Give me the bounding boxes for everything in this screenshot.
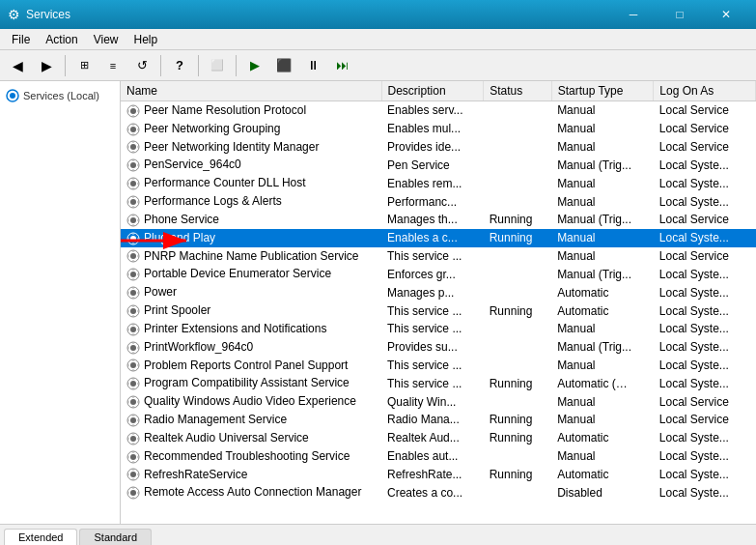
cell-logon: Local Syste...	[654, 483, 756, 502]
help-button[interactable]: ?	[166, 53, 193, 78]
table-row[interactable]: Performance Logs & AlertsPerformanc...Ma…	[121, 192, 756, 211]
back-button[interactable]: ◀	[4, 53, 31, 78]
gear-icon	[126, 414, 140, 427]
service-name: Peer Networking Grouping	[144, 122, 280, 135]
table-row[interactable]: Phone ServiceManages th...RunningManual …	[121, 211, 756, 229]
cell-status	[484, 447, 551, 466]
cell-startup: Automatic	[551, 429, 654, 447]
table-row[interactable]: Peer Networking Identity ManagerProvides…	[121, 138, 756, 157]
title-bar: ⚙ Services ─ □ ✕	[0, 0, 756, 29]
cell-status	[484, 101, 551, 120]
cell-startup: Manual	[551, 411, 654, 429]
service-name: Remote Access Auto Connection Manager	[144, 485, 361, 499]
refresh-button[interactable]: ↺	[128, 53, 155, 78]
cell-status	[484, 357, 551, 375]
view-button[interactable]: ⊞	[70, 53, 98, 78]
table-row[interactable]: Realtek Audio Universal ServiceRealtek A…	[121, 429, 756, 447]
stop-service-button[interactable]: ⬛	[270, 53, 297, 78]
table-row[interactable]: Peer Networking GroupingEnables mul...Ma…	[121, 120, 756, 138]
table-row[interactable]: Peer Name Resolution ProtocolEnables ser…	[121, 101, 756, 120]
col-header-name[interactable]: Name	[121, 81, 381, 101]
forward-button[interactable]: ▶	[33, 53, 60, 78]
maximize-button[interactable]: □	[658, 0, 702, 29]
table-row[interactable]: Remote Access Auto Connection ManagerCre…	[121, 483, 756, 502]
tab-extended[interactable]: Extended	[4, 529, 77, 545]
cell-logon: Local Service	[654, 211, 756, 229]
cell-startup: Disabled	[551, 483, 654, 502]
properties-button[interactable]: ⬜	[204, 53, 231, 78]
gear-icon	[126, 486, 140, 500]
cell-startup: Manual	[551, 138, 654, 157]
col-header-startup[interactable]: Startup Type	[551, 81, 654, 101]
svg-point-11	[130, 162, 136, 168]
col-header-status[interactable]: Status	[484, 81, 551, 101]
table-row[interactable]: Portable Device Enumerator ServiceEnforc…	[121, 265, 756, 283]
restart-service-button[interactable]: ⏭	[328, 53, 355, 78]
cell-status	[484, 192, 551, 211]
cell-name: Printer Extensions and Notifications	[121, 320, 381, 338]
cell-status: Running	[484, 466, 551, 484]
cell-status	[484, 338, 551, 357]
table-row[interactable]: Problem Reports Control Panel SupportThi…	[121, 357, 756, 375]
cell-name: PNRP Machine Name Publication Service	[121, 247, 381, 266]
table-row[interactable]: Print SpoolerThis service ...RunningAuto…	[121, 301, 756, 320]
left-panel: Services (Local)	[0, 81, 121, 524]
table-row[interactable]: PrintWorkflow_964c0Provides su...Manual …	[121, 338, 756, 357]
tab-standard[interactable]: Standard	[79, 529, 152, 545]
service-name: Problem Reports Control Panel Support	[144, 359, 348, 372]
table-row[interactable]: PenService_964c0Pen ServiceManual (Trig.…	[121, 156, 756, 174]
service-name: Portable Device Enumerator Service	[144, 267, 331, 280]
service-name: Realtek Audio Universal Service	[144, 431, 309, 445]
service-name: Peer Name Resolution Protocol	[144, 103, 306, 117]
table-row[interactable]: PowerManages p...AutomaticLocal Syste...	[121, 283, 756, 301]
cell-startup: Automatic	[551, 301, 654, 320]
cell-name: Plug and Play	[121, 229, 381, 247]
service-name: Power	[144, 285, 177, 299]
services-local-item[interactable]: Services (Local)	[4, 85, 116, 106]
cell-desc: This service ...	[381, 374, 484, 392]
col-header-logon[interactable]: Log On As	[654, 81, 756, 101]
cell-name: Peer Networking Identity Manager	[121, 138, 381, 157]
table-row[interactable]: RefreshRateServiceRefreshRate...RunningA…	[121, 466, 756, 484]
table-row[interactable]: Program Compatibility Assistant ServiceT…	[121, 374, 756, 392]
table-row[interactable]: Radio Management ServiceRadio Mana...Run…	[121, 411, 756, 429]
table-row[interactable]: PNRP Machine Name Publication ServiceThi…	[121, 247, 756, 266]
cell-desc: Manages p...	[381, 283, 484, 301]
menu-help[interactable]: Help	[126, 31, 166, 48]
minimize-button[interactable]: ─	[611, 0, 656, 29]
close-button[interactable]: ✕	[704, 0, 748, 29]
cell-desc: Manages th...	[381, 211, 484, 229]
cell-logon: Local Syste...	[654, 174, 756, 192]
table-row[interactable]: Quality Windows Audio Video ExperienceQu…	[121, 392, 756, 411]
cell-startup: Automatic	[551, 283, 654, 301]
cell-startup: Manual (Trig...	[551, 265, 654, 283]
separator-3	[198, 55, 199, 76]
table-header-row: Name Description Status Startup Type Log…	[121, 81, 756, 101]
col-header-desc[interactable]: Description	[381, 81, 484, 101]
cell-logon: Local Service	[654, 101, 756, 120]
start-service-button[interactable]: ▶	[241, 53, 268, 78]
svg-point-23	[130, 272, 136, 277]
cell-logon: Local Syste...	[654, 283, 756, 301]
cell-status	[484, 483, 551, 502]
cell-status	[484, 247, 551, 266]
pause-service-button[interactable]: ⏸	[299, 53, 326, 78]
cell-desc: RefreshRate...	[381, 466, 484, 484]
table-row[interactable]: Printer Extensions and NotificationsThis…	[121, 320, 756, 338]
cell-name: Remote Access Auto Connection Manager	[121, 483, 381, 502]
table-row[interactable]: Recommended Troubleshooting ServiceEnabl…	[121, 447, 756, 466]
menu-view[interactable]: View	[86, 31, 126, 48]
gear-icon	[126, 123, 140, 136]
cell-status: Running	[484, 301, 551, 320]
services-table-area[interactable]: Name Description Status Startup Type Log…	[121, 81, 756, 524]
svg-point-5	[130, 108, 136, 114]
menu-action[interactable]: Action	[38, 31, 85, 48]
cell-name: Problem Reports Control Panel Support	[121, 357, 381, 375]
table-row[interactable]: Performance Counter DLL HostEnables rem.…	[121, 174, 756, 192]
list-button[interactable]: ≡	[99, 53, 126, 78]
toolbar: ◀ ▶ ⊞ ≡ ↺ ? ⬜ ▶ ⬛ ⏸ ⏭	[0, 50, 756, 81]
menu-file[interactable]: File	[4, 31, 38, 48]
svg-point-25	[130, 290, 136, 296]
table-row[interactable]: Plug and PlayEnables a c...RunningManual…	[121, 229, 756, 247]
svg-point-17	[130, 217, 136, 223]
